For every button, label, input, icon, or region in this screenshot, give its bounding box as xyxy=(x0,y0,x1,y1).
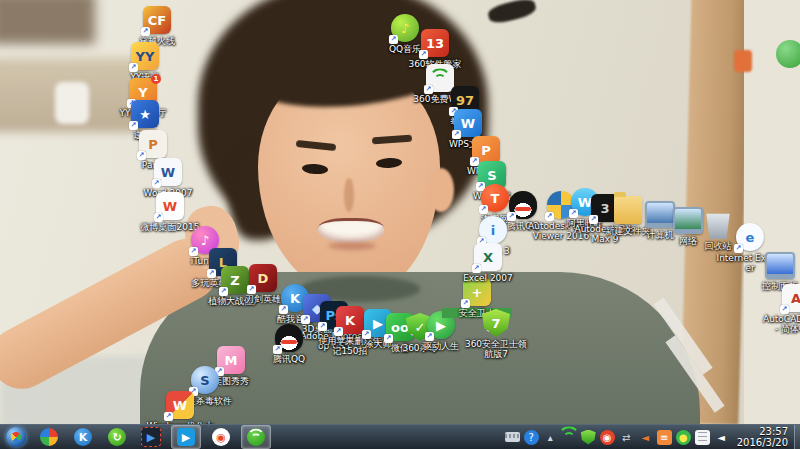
desktop: { "colors":{"taskbar":"#273240","label_t… xyxy=(0,0,800,449)
taskbar-clock[interactable]: 23:57 2016/3/20 xyxy=(737,426,788,448)
shortcut-arrow-icon: ↗ xyxy=(472,264,481,273)
hidden-icons-icon[interactable]: ▴ xyxy=(543,430,558,445)
qq-main-icon: ↗ xyxy=(275,324,303,352)
shortcut-arrow-icon: ↗ xyxy=(154,213,163,222)
orange-app-icon[interactable]: ≡ xyxy=(657,430,672,445)
tray-icon-green-app[interactable]: ● xyxy=(676,430,691,445)
shortcut-arrow-icon: ↗ xyxy=(247,285,256,294)
kuwo-music-icon: K xyxy=(74,428,92,446)
desktop-icon-autocad[interactable]: A↗AutoCAD 2007 - 简体中文 xyxy=(761,284,800,335)
input-method-icon[interactable] xyxy=(505,432,520,442)
notes-icon[interactable] xyxy=(695,430,710,445)
tray-icon-volume[interactable]: ◄ xyxy=(714,430,729,445)
autocad-icon: A↗ xyxy=(782,284,800,312)
taskbar-button-sina-weibo[interactable]: ◉ xyxy=(207,426,235,448)
weibo-icon[interactable]: ◉ xyxy=(600,430,615,445)
clock-time: 23:57 xyxy=(737,426,788,437)
shortcut-arrow-icon: ↗ xyxy=(334,327,343,336)
sync-icon[interactable]: ⇄ xyxy=(619,430,634,445)
shortcut-arrow-icon: ↗ xyxy=(129,121,138,130)
tray-icon-notes[interactable] xyxy=(695,430,710,445)
nizhan-icon: ★↗ xyxy=(131,100,159,128)
cf-icon: CF↗ xyxy=(143,6,171,34)
volume-icon[interactable]: ◄ xyxy=(714,430,729,445)
shortcut-arrow-icon: ↗ xyxy=(164,412,173,421)
youhua-icon: W↗ xyxy=(166,391,194,419)
excel-icon: X↗ xyxy=(474,243,502,271)
taskbar-button-aipai-recorder[interactable]: ▶ xyxy=(137,426,165,448)
help-icon[interactable]: ? xyxy=(524,430,539,445)
taskbar: K↻▶▶◉ ?▴◉⇄◄≡●◄ 23:57 2016/3/20 xyxy=(0,424,800,449)
control-panel-icon xyxy=(765,252,795,279)
yy-voice-icon: YY↗ xyxy=(131,42,159,70)
taskbar-button-pptv[interactable]: ▶ xyxy=(171,425,201,449)
shortcut-arrow-icon: ↗ xyxy=(734,244,743,253)
shortcut-arrow-icon: ↗ xyxy=(129,63,138,72)
shortcut-arrow-icon: ↗ xyxy=(389,35,398,44)
desktop-icons: CF↗穿越火线YY↗YY语音Y↗1YY游戏大厅★↗逆战7P↗PaintW↗Wor… xyxy=(0,0,800,449)
green-app-icon[interactable]: ● xyxy=(676,430,691,445)
tray-icon-sync[interactable]: ⇄ xyxy=(619,430,634,445)
taskbar-button-kuwo-music[interactable]: K xyxy=(69,426,97,448)
sogou-input-icon xyxy=(40,428,58,446)
weibo-desktop-icon: W↗ xyxy=(156,192,184,220)
volume-alert-icon[interactable]: ◄ xyxy=(638,430,653,445)
desktop-icon-360-lh[interactable]: 7↗360安全卫士领航版7 xyxy=(461,309,531,360)
tray-icon-help[interactable]: ? xyxy=(524,430,539,445)
shortcut-arrow-icon: ↗ xyxy=(425,332,434,341)
show-desktop-button[interactable] xyxy=(794,425,800,449)
wps-ppt-icon: P↗ xyxy=(472,136,500,164)
shortcut-arrow-icon: ↗ xyxy=(780,305,789,314)
taskbar-buttons: K↻▶▶◉ xyxy=(32,425,274,449)
desktop-icon-yy-voice[interactable]: YY↗YY语音 xyxy=(110,42,180,82)
tray-icon-wifi[interactable] xyxy=(562,430,577,445)
shortcut-arrow-icon: ↗ xyxy=(461,299,470,308)
360-lh-icon: 7↗ xyxy=(482,309,510,337)
paint-icon: P↗ xyxy=(139,130,167,158)
tray-icon-volume-alert[interactable]: ◄ xyxy=(638,430,653,445)
itools-icon: i↗ xyxy=(479,216,507,244)
yy-game-badge: 1 xyxy=(151,74,161,84)
360-free-wifi-icon xyxy=(247,428,265,446)
system-tray: ?▴◉⇄◄≡●◄ xyxy=(505,430,729,445)
tray-icon-weibo[interactable]: ◉ xyxy=(600,430,615,445)
word-icon: W↗ xyxy=(154,158,182,186)
tray-icon-orange-app[interactable]: ≡ xyxy=(657,430,672,445)
shortcut-arrow-icon: ↗ xyxy=(479,205,488,214)
tray-icon-hidden-icons[interactable]: ▴ xyxy=(543,430,558,445)
start-button[interactable] xyxy=(6,427,26,447)
taskbar-button-sogou-input[interactable] xyxy=(35,426,63,448)
desktop-icon-excel[interactable]: X↗Excel 2007 xyxy=(453,243,523,283)
clock-date: 2016/3/20 xyxy=(737,437,788,448)
internet-explorer-icon: e↗ xyxy=(736,223,764,251)
360-safe-icon: ↻ xyxy=(108,428,126,446)
wifi-icon[interactable] xyxy=(562,430,577,445)
tray-icon-input-method[interactable] xyxy=(505,432,520,442)
360-lh-label: 360安全卫士领航版7 xyxy=(461,339,531,360)
excel-label: Excel 2007 xyxy=(453,273,523,283)
rising-icon: S↗ xyxy=(191,366,219,394)
shortcut-arrow-icon: ↗ xyxy=(480,330,489,339)
shortcut-arrow-icon: ↗ xyxy=(219,287,228,296)
taskbar-button-360-free-wifi[interactable] xyxy=(241,425,271,449)
autocad-label: AutoCAD 2007 - 简体中文 xyxy=(761,314,800,335)
taskbar-button-360-safe[interactable]: ↻ xyxy=(103,426,131,448)
tray-icon-360-shield[interactable] xyxy=(581,430,596,445)
sina-weibo-icon: ◉ xyxy=(212,428,230,446)
desktop-icon-cf[interactable]: CF↗穿越火线 xyxy=(122,6,192,46)
shortcut-arrow-icon: ↗ xyxy=(273,345,282,354)
shortcut-arrow-icon: ↗ xyxy=(419,50,428,59)
aipai-recorder-icon: ▶ xyxy=(141,427,161,447)
360-soft-icon: 13↗ xyxy=(421,29,449,57)
shortcut-arrow-icon: ↗ xyxy=(152,179,161,188)
360-shield-icon[interactable] xyxy=(581,430,596,445)
pptv-icon: ▶ xyxy=(177,428,195,446)
shortcut-arrow-icon: ↗ xyxy=(141,27,150,36)
wps-writer-icon: W↗ xyxy=(454,109,482,137)
